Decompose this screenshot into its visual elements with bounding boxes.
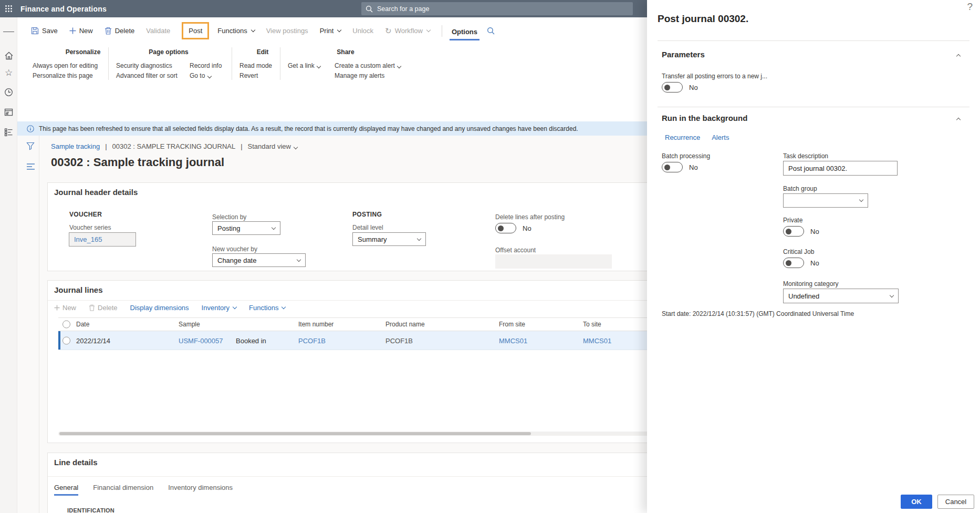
breadcrumb-link-sample-tracking[interactable]: Sample tracking <box>51 142 100 150</box>
private-toggle[interactable] <box>783 226 804 237</box>
tab-general[interactable]: General <box>54 484 78 496</box>
cell-sample-link[interactable]: USMF-000057 <box>179 336 223 344</box>
delete-lines-value: No <box>523 224 531 232</box>
ribbon-group-title: Share <box>311 48 380 56</box>
unlock-button[interactable]: Unlock <box>352 27 373 35</box>
recent-clock-icon[interactable] <box>3 87 14 98</box>
nav-hamburger-icon[interactable] <box>3 26 14 37</box>
batch-group-select[interactable] <box>783 193 868 208</box>
home-icon[interactable] <box>3 50 14 61</box>
screen: ☆ Finance and Operations Save <box>0 0 980 513</box>
chevron-down-icon <box>337 28 341 32</box>
search-input[interactable] <box>377 5 598 13</box>
validate-button[interactable]: Validate <box>146 27 170 35</box>
trash-icon <box>105 27 112 35</box>
recurrence-link[interactable]: Recurrence <box>665 134 700 141</box>
cell-from-site-link[interactable]: MMCS01 <box>499 336 527 344</box>
line-details-title[interactable]: Line details <box>54 458 98 467</box>
get-a-link-menu[interactable]: Get a link <box>288 62 320 69</box>
waffle-menu-icon[interactable] <box>0 0 17 17</box>
col-product-name[interactable]: Product name <box>385 321 425 328</box>
modules-list-icon[interactable] <box>3 127 14 138</box>
options-tab-selected[interactable]: Options <box>450 20 479 42</box>
cell-to-site-link[interactable]: MMCS01 <box>583 336 611 344</box>
save-button[interactable]: Save <box>31 27 58 35</box>
functions-lines-menu-button[interactable]: Functions <box>249 304 285 312</box>
collapse-chevron-icon[interactable] <box>956 54 961 58</box>
scrollbar-thumb[interactable] <box>59 432 531 435</box>
run-in-background-section-header[interactable]: Run in the background <box>662 114 747 122</box>
filter-funnel-icon[interactable] <box>26 142 35 150</box>
view-postings-button[interactable]: View postings <box>266 27 308 35</box>
post-button-highlighted[interactable]: Post <box>182 22 209 39</box>
private-label: Private <box>783 217 802 224</box>
revert[interactable]: Revert <box>239 72 258 79</box>
select-all-radio[interactable] <box>62 321 70 329</box>
tab-financial-dimension[interactable]: Financial dimension <box>93 484 153 496</box>
collapse-chevron-icon[interactable] <box>956 118 961 122</box>
col-from-site[interactable]: From site <box>499 321 525 328</box>
ribbon-group-title: Edit <box>239 48 286 56</box>
create-a-custom-alert-menu[interactable]: Create a custom alert <box>335 62 401 69</box>
functions-menu-button[interactable]: Functions <box>217 27 254 35</box>
lines-new-button[interactable]: New <box>54 304 76 312</box>
posting-group-label: POSTING <box>352 211 382 218</box>
ok-button[interactable]: OK <box>901 495 932 509</box>
personalize-this-page[interactable]: Personalize this page <box>33 72 93 79</box>
card-divider <box>48 476 656 477</box>
journal-header-details-title[interactable]: Journal header details <box>54 188 138 197</box>
favorites-star-icon[interactable]: ☆ <box>3 67 14 78</box>
monitoring-category-select[interactable]: Undefined <box>783 289 899 303</box>
record-info[interactable]: Record info <box>190 62 222 69</box>
help-icon[interactable]: ? <box>967 1 973 13</box>
critical-job-toggle[interactable] <box>783 258 804 268</box>
display-dimensions-button[interactable]: Display dimensions <box>130 304 189 312</box>
task-description-input[interactable] <box>783 161 898 176</box>
row-radio[interactable] <box>62 336 70 344</box>
parameters-section-header[interactable]: Parameters <box>662 50 705 59</box>
offset-account-label: Offset account <box>495 247 536 254</box>
workspace-icon[interactable] <box>3 107 14 118</box>
col-date[interactable]: Date <box>76 321 89 328</box>
view-switcher[interactable]: Standard view <box>248 142 297 150</box>
always-open-for-editing[interactable]: Always open for editing <box>33 62 98 69</box>
offset-account-input[interactable] <box>495 254 612 269</box>
journal-lines-title[interactable]: Journal lines <box>54 285 103 294</box>
tab-inventory-dimensions[interactable]: Inventory dimensions <box>168 484 233 496</box>
manage-my-alerts[interactable]: Manage my alerts <box>335 72 384 79</box>
delete-lines-toggle[interactable] <box>495 223 516 233</box>
monitoring-category-label: Monitoring category <box>783 280 838 288</box>
cell-item-number-link[interactable]: PCOF1B <box>298 336 326 344</box>
security-diagnostics[interactable]: Security diagnostics <box>116 62 172 69</box>
lines-delete-button[interactable]: Delete <box>89 304 118 312</box>
delete-button[interactable]: Delete <box>105 27 135 35</box>
print-menu-button[interactable]: Print <box>320 27 341 35</box>
info-message-bar: This page has been refreshed to ensure t… <box>17 121 647 136</box>
new-voucher-by-select[interactable]: Change date <box>212 253 306 267</box>
inventory-menu-button[interactable]: Inventory <box>202 304 236 312</box>
voucher-series-input[interactable]: Inve_165 <box>69 232 136 247</box>
selection-by-select[interactable]: Posting <box>212 221 280 235</box>
col-to-site[interactable]: To site <box>583 321 601 328</box>
workflow-menu-button[interactable]: ↻ Workflow <box>385 26 430 36</box>
identification-group-label: IDENTIFICATION <box>67 507 114 513</box>
table-row-selected[interactable]: 2022/12/14 USMF-000057 Booked in PCOF1B … <box>58 331 656 350</box>
new-button[interactable]: New <box>69 27 93 35</box>
toggle-knob <box>664 165 670 170</box>
col-item-number[interactable]: Item number <box>298 321 333 328</box>
alerts-link[interactable]: Alerts <box>712 134 729 141</box>
read-mode[interactable]: Read mode <box>239 62 272 69</box>
cancel-button[interactable]: Cancel <box>937 495 974 509</box>
advanced-filter-or-sort[interactable]: Advanced filter or sort <box>116 72 178 79</box>
detail-level-select[interactable]: Summary <box>352 232 426 246</box>
batch-processing-toggle[interactable] <box>662 162 683 172</box>
transfer-errors-toggle[interactable] <box>662 82 683 93</box>
chevron-down-icon <box>282 305 286 309</box>
batch-group-label: Batch group <box>783 185 817 192</box>
show-list-icon[interactable] <box>26 163 35 170</box>
col-sample[interactable]: Sample <box>179 321 200 328</box>
go-to-menu[interactable]: Go to <box>190 72 211 79</box>
global-search[interactable] <box>361 2 633 15</box>
chevron-down-icon <box>293 145 297 149</box>
toolbar-find-icon[interactable] <box>487 27 495 35</box>
